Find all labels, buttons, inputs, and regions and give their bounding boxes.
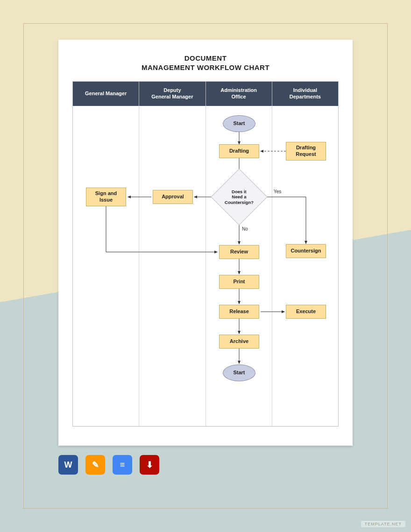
lane-header-admin: Administration Office <box>206 82 272 106</box>
process-review: Review <box>219 245 259 259</box>
decision-text: Does it Need a Countersign? <box>220 189 258 204</box>
title-line-2: MANAGEMENT WORKFLOW CHART <box>142 63 269 71</box>
header-row: General Manager Deputy General Manager A… <box>73 82 338 106</box>
swimlane-container: General Manager Deputy General Manager A… <box>72 81 339 427</box>
process-drafting-request: Drafting Request <box>286 142 326 161</box>
label-no: No <box>242 226 248 231</box>
flowchart-canvas: Start Drafting Drafting Request Does it … <box>73 106 338 426</box>
lane-header-dgm: Deputy General Manager <box>139 82 206 106</box>
process-archive: Archive <box>219 335 259 349</box>
word-icon[interactable]: W <box>58 455 78 475</box>
pdf-icon[interactable]: ⬇ <box>140 455 159 475</box>
process-print: Print <box>219 275 259 289</box>
google-docs-icon[interactable]: ≡ <box>113 455 132 475</box>
process-sign-issue: Sign and Issue <box>86 188 126 206</box>
process-drafting: Drafting <box>219 144 259 158</box>
page-title: DOCUMENT MANAGEMENT WORKFLOW CHART <box>72 54 339 73</box>
process-release: Release <box>219 305 259 319</box>
watermark: TEMPLATE.NET <box>361 521 405 527</box>
lane-header-dept: Individual Departments <box>272 82 338 106</box>
pages-icon[interactable]: ✎ <box>85 455 105 475</box>
title-line-1: DOCUMENT <box>184 54 227 62</box>
document-page: DOCUMENT MANAGEMENT WORKFLOW CHART Gener… <box>58 40 353 446</box>
lane-header-gm: General Manager <box>73 82 139 106</box>
process-approval: Approval <box>153 190 193 204</box>
label-yes: Yes <box>274 189 281 194</box>
terminator-start: Start <box>223 115 255 132</box>
process-countersign: Countersign <box>286 244 326 258</box>
terminator-end: Start <box>223 364 255 381</box>
format-icons-row: W ✎ ≡ ⬇ <box>58 455 159 475</box>
process-execute: Execute <box>286 305 326 319</box>
